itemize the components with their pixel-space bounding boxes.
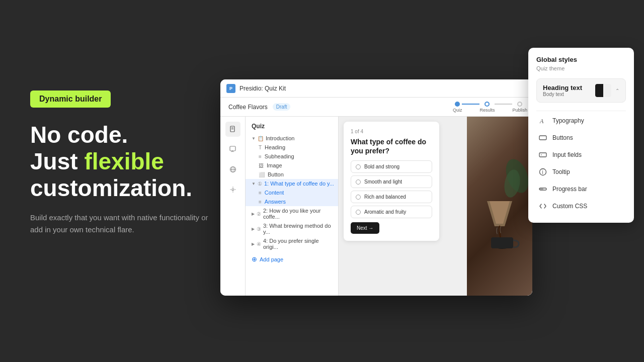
quiz-option-2[interactable]: Smooth and light xyxy=(351,175,432,188)
panel-subtitle: Quiz theme xyxy=(536,65,626,71)
headline-line3: customization. xyxy=(30,175,231,202)
sidebar-icon-settings[interactable] xyxy=(225,182,240,197)
tooltip-icon: i xyxy=(538,167,547,176)
svg-point-7 xyxy=(232,189,234,191)
sidebar-icon-globe[interactable] xyxy=(225,162,240,177)
radio-4 xyxy=(356,210,361,215)
menu-item-custom-css[interactable]: Custom CSS xyxy=(536,198,626,215)
swatch-dark xyxy=(595,84,603,97)
add-page-button[interactable]: ⊕ Add page xyxy=(246,253,338,265)
progress-bar-icon xyxy=(538,185,547,194)
menu-item-progress-bar[interactable]: Progress bar xyxy=(536,180,626,198)
divider-1 xyxy=(536,111,626,111)
global-styles-panel: Global styles Quiz theme Heading text Bo… xyxy=(528,48,634,223)
step-quiz: Quiz xyxy=(453,102,462,113)
quiz-counter: 1 of 4 xyxy=(351,129,432,134)
tree-item-subheading[interactable]: ≡ Subheading xyxy=(246,152,338,161)
headline-line1: No code. xyxy=(30,122,231,148)
step-line-1 xyxy=(462,104,479,105)
option-label-2: Smooth and light xyxy=(364,179,402,185)
svg-rect-14 xyxy=(539,153,546,157)
tree-item-image[interactable]: 🖼 Image xyxy=(246,161,338,170)
input-fields-icon xyxy=(538,150,547,159)
swatch-light xyxy=(603,84,611,97)
option-label-4: Aromatic and fruity xyxy=(364,209,406,215)
svg-text:i: i xyxy=(542,169,543,175)
step-label-publish: Publish xyxy=(512,108,527,113)
typography-label: Typography xyxy=(552,117,584,124)
menu-item-tooltip[interactable]: i Tooltip xyxy=(536,163,626,180)
radio-1 xyxy=(356,164,361,169)
step-dot-quiz xyxy=(455,102,460,107)
step-dot-results xyxy=(485,102,490,107)
headline: No code. Just flexible customization. xyxy=(30,122,231,202)
tree-item-q3[interactable]: ▶ ③ 3: What brewing method do y... xyxy=(246,221,338,236)
buttons-icon xyxy=(538,133,547,142)
breadcrumb: Coffee Flavors xyxy=(228,104,268,111)
theme-selector[interactable]: Heading text Body text ⌃ xyxy=(536,78,626,103)
quiz-option-1[interactable]: Bold and strong xyxy=(351,160,432,173)
app-logo: P xyxy=(226,84,235,93)
tree-item-content[interactable]: ≡ Content xyxy=(246,188,338,197)
quiz-option-4[interactable]: Aromatic and fruity xyxy=(351,206,432,218)
typography-icon: A xyxy=(538,116,547,125)
theme-color-group: ⌃ xyxy=(595,84,619,97)
tree-item-button[interactable]: ⬜ Button xyxy=(246,170,338,179)
progress-bar-label: Progress bar xyxy=(552,186,587,193)
theme-preview: Heading text Body text xyxy=(543,84,582,97)
panel-title: Global styles xyxy=(536,56,626,63)
theme-heading: Heading text xyxy=(543,84,582,92)
left-section: Dynamic builder No code. Just flexible c… xyxy=(30,90,231,236)
quiz-card: 1 of 4 What type of coffee do you prefer… xyxy=(344,122,439,241)
step-results: Results xyxy=(479,102,495,113)
tree-item-q2[interactable]: ▶ ② 2: How do you like your coffe... xyxy=(246,206,338,221)
app-navbar: Coffee Flavors Draft Quiz Results Publis… xyxy=(220,98,532,117)
headline-line2: Just flexible xyxy=(30,148,231,175)
app-title: Presidio: Quiz Kit xyxy=(239,85,286,92)
input-fields-label: Input fields xyxy=(552,151,582,158)
menu-item-input-fields[interactable]: Input fields xyxy=(536,146,626,163)
sidebar-icon-chat[interactable] xyxy=(225,142,240,157)
tree-item-answers[interactable]: ≡ Answers xyxy=(246,197,338,206)
step-publish: Publish xyxy=(512,102,527,113)
option-label-3: Rich and balanced xyxy=(364,194,406,200)
headline-highlight: flexible xyxy=(84,148,164,174)
tree-panel: Quiz ▼ 📋 Introduction T Heading ≡ Subhea… xyxy=(246,117,339,296)
headline-prefix: Just xyxy=(30,148,84,174)
preview-area: 1 of 4 What type of coffee do you prefer… xyxy=(339,117,532,296)
menu-item-typography[interactable]: A Typography xyxy=(536,112,626,129)
app-window: P Presidio: Quiz Kit Coffee Flavors Draf… xyxy=(220,79,532,296)
color-swatches xyxy=(595,84,611,97)
step-label-results: Results xyxy=(479,108,495,113)
quiz-option-3[interactable]: Rich and balanced xyxy=(351,191,432,203)
tree-item-q1[interactable]: ▼ ① 1: What type of coffee do y... xyxy=(246,179,338,188)
theme-chevron-icon: ⌃ xyxy=(615,88,619,94)
svg-rect-11 xyxy=(491,237,513,248)
subtext: Build exactly that you want with native … xyxy=(30,212,211,236)
step-dot-publish xyxy=(517,102,522,107)
tree-header: Quiz xyxy=(246,121,338,134)
draft-badge: Draft xyxy=(273,103,291,111)
tooltip-label: Tooltip xyxy=(552,168,570,175)
sidebar xyxy=(220,117,246,296)
tree-item-q4[interactable]: ▶ ④ 4: Do you prefer single origi... xyxy=(246,236,338,251)
dynamic-badge: Dynamic builder xyxy=(30,90,111,108)
sidebar-icon-page[interactable] xyxy=(225,122,240,137)
coffee-photo xyxy=(467,117,532,296)
step-label-quiz: Quiz xyxy=(453,108,462,113)
next-button[interactable]: Next → xyxy=(351,222,379,234)
progress-steps: Quiz Results Publish xyxy=(453,102,527,113)
tree-item-introduction[interactable]: ▼ 📋 Introduction xyxy=(246,134,338,143)
buttons-label: Buttons xyxy=(552,134,573,141)
radio-3 xyxy=(356,195,361,200)
app-titlebar: P Presidio: Quiz Kit xyxy=(220,79,532,98)
page-background: Dynamic builder No code. Just flexible c… xyxy=(0,0,644,362)
tree-item-heading[interactable]: T Heading xyxy=(246,143,338,152)
app-body: Quiz ▼ 📋 Introduction T Heading ≡ Subhea… xyxy=(220,117,532,296)
svg-rect-19 xyxy=(539,188,543,190)
theme-body: Body text xyxy=(543,92,582,97)
svg-rect-13 xyxy=(539,136,546,140)
menu-item-buttons[interactable]: Buttons xyxy=(536,129,626,146)
radio-2 xyxy=(356,179,361,185)
custom-css-label: Custom CSS xyxy=(552,203,587,210)
